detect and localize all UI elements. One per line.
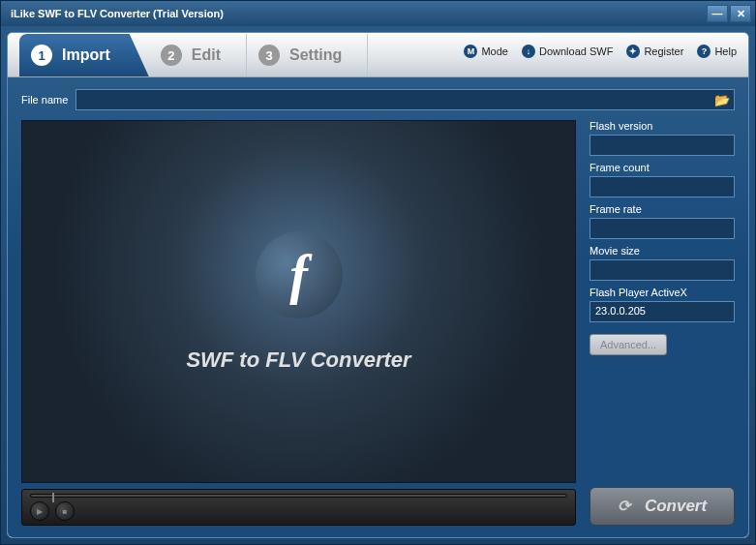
flash-logo-icon: f [256,231,343,318]
main-row: f SWF to FLV Converter ▶ ■ [21,120,735,526]
minimize-button[interactable]: — [707,5,728,22]
flash-version-label: Flash version [590,120,735,132]
flash-version-group: Flash version [590,120,735,156]
tab-label: Edit [192,46,221,64]
activex-group: Flash Player ActiveX 23.0.0.205 [590,287,735,322]
preview-title: SWF to FLV Converter [186,348,410,373]
window-title: iLike SWF to FLV Converter (Trial Versio… [11,8,224,19]
activex-field: 23.0.0.205 [590,301,735,322]
play-button[interactable]: ▶ [30,501,49,521]
tool-label: Download SWF [539,45,613,57]
help-icon: ? [697,45,711,58]
tool-label: Register [644,45,683,57]
movie-size-label: Movie size [590,245,735,257]
flash-f-letter: f [289,244,308,306]
mode-icon: M [464,45,477,58]
frame-rate-group: Frame rate [590,203,735,239]
tab-import[interactable]: 1 Import [19,34,149,76]
seek-slider[interactable] [30,494,567,498]
movie-size-field [590,259,735,281]
frame-count-group: Frame count [590,162,735,197]
browse-folder-icon[interactable]: 📂 [714,93,730,107]
download-icon: ↓ [522,45,535,58]
app-window: iLike SWF to FLV Converter (Trial Versio… [0,0,756,545]
filename-label: File name [21,94,68,106]
tab-num-icon: 3 [258,45,280,66]
frame-rate-label: Frame rate [590,203,735,215]
tab-edit[interactable]: 2 Edit [149,34,247,76]
download-swf-button[interactable]: ↓ Download SWF [522,45,613,58]
tool-label: Help [714,45,737,57]
tab-label: Setting [289,46,342,64]
key-icon: ✦ [626,45,640,58]
body-area: File name 📂 f SWF to FLV Converter [8,77,748,537]
info-column: Flash version Frame count Frame rate Mov… [590,120,735,526]
player-bar: ▶ ■ [21,489,576,526]
toolbar-right: M Mode ↓ Download SWF ✦ Register ? Help [464,45,737,58]
flash-version-field [590,135,735,156]
content-panel: 1 Import 2 Edit 3 Setting M Mode ↓ Downl… [7,32,749,538]
window-controls: — ✕ [707,5,751,22]
movie-size-group: Movie size [590,245,735,281]
convert-label: Convert [645,497,707,516]
titlebar: iLike SWF to FLV Converter (Trial Versio… [1,1,755,26]
tab-num-icon: 1 [31,45,52,66]
frame-rate-field [590,218,735,239]
register-button[interactable]: ✦ Register [626,45,683,58]
help-button[interactable]: ? Help [697,45,737,58]
stop-button[interactable]: ■ [55,501,75,521]
frame-count-field [590,176,735,197]
player-controls: ▶ ■ [30,501,567,521]
filename-input[interactable]: 📂 [76,89,735,110]
close-button[interactable]: ✕ [730,5,751,22]
convert-icon: ⟳ [618,497,637,516]
advanced-button[interactable]: Advanced... [590,334,667,355]
mode-button[interactable]: M Mode [464,45,508,58]
activex-label: Flash Player ActiveX [590,287,735,298]
tab-num-icon: 2 [161,45,182,66]
convert-button[interactable]: ⟳ Convert [590,487,735,526]
preview-column: f SWF to FLV Converter ▶ ■ [21,120,576,526]
frame-count-label: Frame count [590,162,735,173]
filename-row: File name 📂 [21,89,735,110]
tab-setting[interactable]: 3 Setting [247,34,368,76]
preview-area: f SWF to FLV Converter [21,120,576,483]
tab-label: Import [62,46,110,64]
seek-handle-icon[interactable] [52,493,54,502]
tool-label: Mode [481,45,508,57]
tabbar: 1 Import 2 Edit 3 Setting M Mode ↓ Downl… [8,33,748,77]
